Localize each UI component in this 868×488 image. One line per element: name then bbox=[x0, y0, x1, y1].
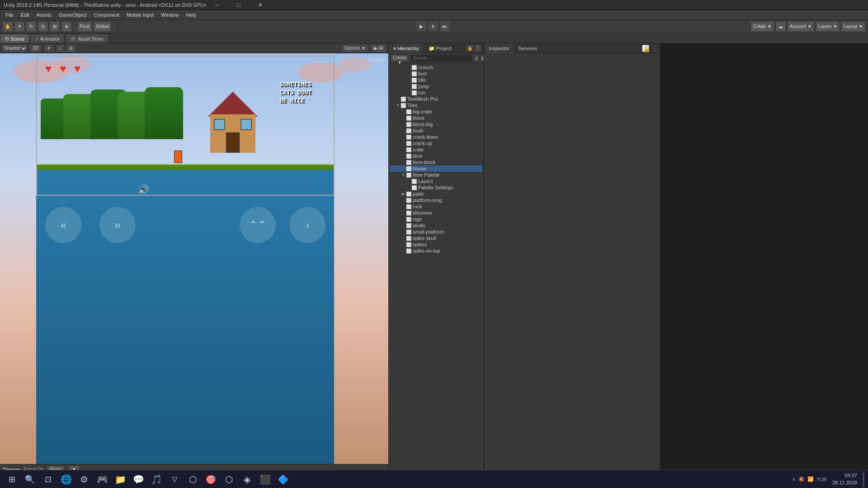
taskbar-app8[interactable]: ⬡ bbox=[184, 471, 201, 488]
show-desktop-btn[interactable] bbox=[863, 471, 864, 488]
hier-item-textmesh-pro[interactable]: ⬜TextMesh Pro bbox=[390, 96, 482, 102]
scene-canvas[interactable]: ♥ ♥ ♥ bbox=[0, 53, 388, 464]
taskbar-search[interactable]: 🔍 bbox=[22, 471, 38, 488]
hier-item-big-crate[interactable]: ⬜big-crate bbox=[390, 108, 482, 115]
pivot-button[interactable]: Pivot bbox=[77, 22, 92, 32]
hier-options-btn[interactable]: ⊙ bbox=[474, 55, 479, 62]
taskbar-chrome[interactable]: 🌐 bbox=[58, 471, 74, 488]
hier-item-layer1[interactable]: ⬜Layer1 bbox=[390, 178, 482, 184]
hier-item-hurt[interactable]: ⬜hurt bbox=[390, 70, 482, 77]
start-button[interactable]: ⊞ bbox=[4, 471, 20, 488]
rotate-tool[interactable]: ↻ bbox=[26, 22, 36, 32]
hier-item-sign[interactable]: ⬜sign bbox=[390, 216, 482, 222]
menu-window[interactable]: Window bbox=[157, 11, 182, 19]
audio-button[interactable]: ♪ bbox=[56, 44, 64, 52]
menu-assets[interactable]: Assets bbox=[33, 11, 55, 19]
tab-services[interactable]: Services bbox=[514, 43, 542, 53]
house-roof bbox=[208, 92, 258, 117]
transform-tool[interactable]: ⊕ bbox=[61, 22, 71, 32]
taskbar-app6[interactable]: 🎵 bbox=[148, 471, 165, 488]
menu-gameobject[interactable]: GameObject bbox=[55, 11, 90, 19]
menu-file[interactable]: File bbox=[2, 11, 17, 19]
taskbar-app3[interactable]: 🎮 bbox=[94, 471, 110, 488]
hier-item-face-block[interactable]: ⬜face-block bbox=[390, 159, 482, 165]
hier-item-crank-up[interactable]: ⬜crank-up bbox=[390, 140, 482, 146]
hier-item-crank-down[interactable]: ⬜crank-down bbox=[390, 134, 482, 140]
hier-item-platform-long[interactable]: ⬜platform-long bbox=[390, 197, 482, 203]
hier-item-spike-skull[interactable]: ⬜spike-skull bbox=[390, 235, 482, 241]
scale-tool[interactable]: ⊡ bbox=[38, 22, 48, 32]
hier-label: rock bbox=[413, 204, 422, 209]
hierarchy-search[interactable] bbox=[410, 55, 472, 62]
tab-animator[interactable]: ○ Animator bbox=[30, 34, 65, 43]
hier-label: run bbox=[418, 90, 425, 95]
hier-item-bush[interactable]: ⬜bush bbox=[390, 127, 482, 134]
taskbar-app9[interactable]: 🎯 bbox=[203, 471, 219, 488]
taskbar-app12[interactable]: 🔷 bbox=[275, 471, 291, 488]
tab-scene[interactable]: ⊡ Scene bbox=[0, 34, 29, 43]
hier-item-new-palette[interactable]: ▼⬜New Palette bbox=[390, 172, 482, 178]
close-button[interactable]: ✕ bbox=[250, 0, 271, 10]
hier-item-crouch[interactable]: ⬜crouch bbox=[390, 64, 482, 70]
menu-help[interactable]: Help bbox=[182, 11, 200, 19]
hier-item-block[interactable]: ⬜block bbox=[390, 115, 482, 121]
2d-mode-button[interactable]: 2D bbox=[29, 44, 42, 52]
play-button[interactable]: ▶ bbox=[416, 22, 426, 32]
lighting-button[interactable]: ☀ bbox=[43, 44, 54, 52]
tab-hierarchy[interactable]: ≡ Hierarchy bbox=[389, 43, 424, 53]
taskbar-app10[interactable]: ⬡ bbox=[221, 471, 237, 488]
tab-inspector[interactable]: Inspector bbox=[484, 43, 514, 53]
menu-mobile-input[interactable]: Mobile Input bbox=[123, 11, 157, 19]
rect-tool[interactable]: ⊞ bbox=[50, 22, 60, 32]
pause-button[interactable]: ⏸ bbox=[428, 22, 438, 32]
inspector-lock-button[interactable]: 🔒 bbox=[642, 45, 649, 52]
menu-edit[interactable]: Edit bbox=[17, 11, 33, 19]
hier-item-crate[interactable]: ⬜crate bbox=[390, 146, 482, 153]
hier-item-rock[interactable]: ⬜rock bbox=[390, 203, 482, 210]
hand-tool[interactable]: ✋ bbox=[3, 22, 13, 32]
hier-item-block-big[interactable]: ⬜block-big bbox=[390, 121, 482, 127]
move-tool[interactable]: ✛ bbox=[14, 22, 24, 32]
tab-asset-store[interactable]: 🛒 Asset Store bbox=[66, 34, 108, 43]
step-button[interactable]: ⏭ bbox=[440, 22, 450, 32]
cloud-button[interactable]: ☁ bbox=[776, 22, 786, 32]
taskbar-app4[interactable]: 📁 bbox=[112, 471, 128, 488]
menu-component[interactable]: Component bbox=[90, 11, 123, 19]
hier-lock-btn[interactable]: 🔒 bbox=[466, 45, 473, 52]
global-button[interactable]: Global bbox=[94, 22, 111, 32]
hier-item-tiles[interactable]: ▼⬜Tiles bbox=[390, 102, 482, 108]
hier-item-house[interactable]: ⬜house bbox=[390, 165, 482, 172]
hier-menu-btn[interactable]: ⋮ bbox=[474, 45, 481, 52]
tab-project[interactable]: 📁 Project bbox=[424, 43, 457, 53]
hier-item-shrooms[interactable]: ⬜shrooms bbox=[390, 210, 482, 216]
taskbar-app5[interactable]: 💬 bbox=[130, 471, 146, 488]
taskbar-app7[interactable]: ▽ bbox=[166, 471, 183, 488]
effects-button[interactable]: ⊛ bbox=[66, 44, 76, 52]
taskbar-app11[interactable]: ⬛ bbox=[257, 471, 273, 488]
hier-item-small-platform[interactable]: ⬜small-platform bbox=[390, 229, 482, 235]
hier-item-door[interactable]: ⬜door bbox=[390, 153, 482, 159]
layers-button[interactable]: Layers ▼ bbox=[816, 22, 840, 32]
taskbar-app2[interactable]: ⚙ bbox=[76, 471, 92, 488]
taskbar-unity[interactable]: ◈ bbox=[239, 471, 255, 488]
hier-item-palet[interactable]: ▶⬜palet bbox=[390, 191, 482, 197]
hier-item-spike-on-top[interactable]: ⬜spike-on-top bbox=[390, 248, 482, 254]
hier-item-palette-settings[interactable]: ⬜Palette Settings bbox=[390, 184, 482, 191]
hier-item-skulls[interactable]: ⬜skulls bbox=[390, 222, 482, 229]
hier-item-idle[interactable]: ⬜idle bbox=[390, 77, 482, 83]
gizmos-button[interactable]: Gizmos ▼ bbox=[341, 44, 369, 52]
tray-up-arrow[interactable]: ∧ bbox=[792, 476, 796, 482]
taskbar-cortana[interactable]: ⊡ bbox=[40, 471, 56, 488]
create-button[interactable]: Create ▼ bbox=[391, 55, 409, 62]
inspector-menu-button[interactable]: ⋮ bbox=[651, 45, 658, 52]
shading-mode-select[interactable]: Shaded bbox=[2, 44, 28, 52]
hier-item-run[interactable]: ⬜run bbox=[390, 89, 482, 96]
hier-item-spikes[interactable]: ⬜spikes bbox=[390, 241, 482, 248]
account-button[interactable]: Account ▼ bbox=[788, 22, 814, 32]
layout-button[interactable]: Layout ▼ bbox=[841, 22, 865, 32]
minimize-button[interactable]: ─ bbox=[207, 0, 227, 10]
all-button[interactable]: ▶ All bbox=[371, 44, 387, 52]
collab-button[interactable]: Collab ▼ bbox=[751, 22, 774, 32]
hier-item-jump[interactable]: ⬜jump bbox=[390, 83, 482, 89]
maximize-button[interactable]: □ bbox=[228, 0, 249, 10]
